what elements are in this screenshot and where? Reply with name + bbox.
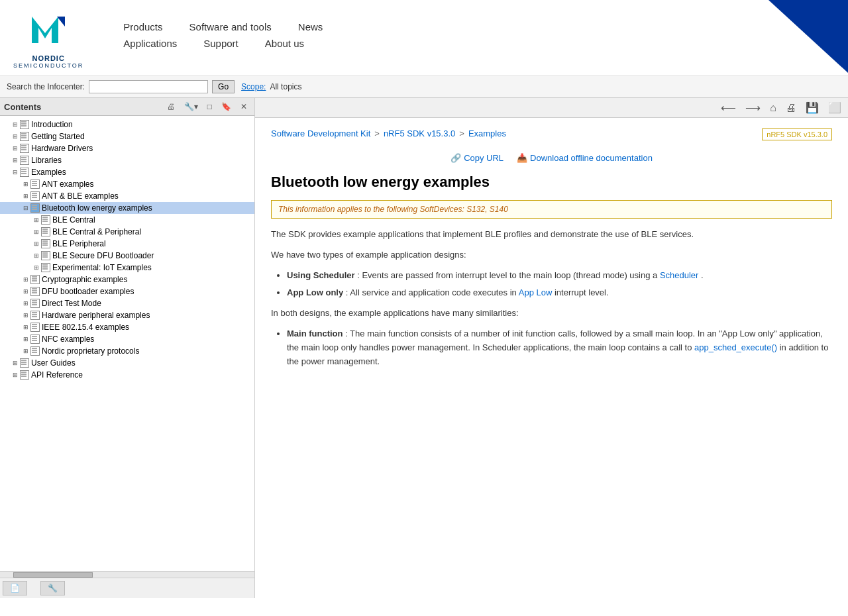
nav-links: Products Software and tools News Applica… [123, 21, 835, 54]
label-hardware-drivers: Hardware Drivers [31, 144, 93, 153]
tree-item-introduction[interactable]: ⊞ Introduction [0, 119, 254, 130]
tree-item-ble-examples[interactable]: ⊟ Bluetooth low energy examples [0, 202, 254, 214]
bullet-main-bold: Main function [287, 329, 343, 338]
toolbar-bookmark-btn[interactable]: 🔖 [218, 100, 235, 113]
label-nfc-examples: NFC examples [42, 334, 94, 344]
tree-item-user-guides[interactable]: ⊞ User Guides [0, 357, 254, 369]
doc-icon-ieee [30, 323, 40, 332]
search-input[interactable] [89, 80, 208, 93]
tree-item-dfu-examples[interactable]: ⊞ DFU bootloader examples [0, 285, 254, 297]
tree-item-hw-peripheral-examples[interactable]: ⊞ Hardware peripheral examples [0, 309, 254, 321]
search-go-button[interactable]: Go [212, 80, 235, 93]
sidebar-bottom-btn-2[interactable]: 🔧 [40, 581, 65, 595]
tree-item-libraries[interactable]: ⊞ Libraries [0, 154, 254, 166]
content-save-btn[interactable]: 💾 [803, 100, 822, 115]
header-decoration [768, 0, 848, 73]
search-bar: Search the Infocenter: Go Scope: All top… [0, 76, 848, 98]
label-examples: Examples [31, 168, 66, 177]
content-print-btn[interactable]: 🖨 [783, 101, 799, 115]
expander-examples: ⊟ [11, 168, 20, 177]
toolbar-options-btn[interactable]: 🔧▾ [181, 100, 201, 113]
sidebar-horizontal-scrollbar[interactable] [0, 571, 254, 578]
expander-ble-central-peripheral: ⊞ [32, 227, 41, 236]
applow-link[interactable]: App Low [519, 287, 553, 297]
toolbar-collapse-btn[interactable]: □ [204, 100, 215, 113]
tree-item-ieee-examples[interactable]: ⊞ IEEE 802.15.4 examples [0, 321, 254, 333]
tree-item-examples[interactable]: ⊟ Examples [0, 166, 254, 178]
sidebar-scroll-thumb[interactable] [13, 572, 93, 578]
doc-icon-hardware-drivers [20, 144, 29, 153]
tree-item-ant-ble-examples[interactable]: ⊞ ANT & BLE examples [0, 190, 254, 202]
tree-item-hardware-drivers[interactable]: ⊞ Hardware Drivers [0, 142, 254, 154]
toolbar-print-btn[interactable]: 🖨 [164, 100, 178, 113]
label-ant-ble-examples: ANT & BLE examples [42, 191, 119, 201]
breadcrumb-nrf5[interactable]: nRF5 SDK v15.3.0 [384, 128, 455, 138]
content-back-btn[interactable]: ⟵ [718, 100, 739, 115]
tree-item-ant-examples[interactable]: ⊞ ANT examples [0, 178, 254, 190]
nav-support[interactable]: Support [203, 38, 238, 49]
tree-item-ble-central-peripheral[interactable]: ⊞ BLE Central & Peripheral [0, 226, 254, 238]
content-maximize-btn[interactable]: ⬜ [825, 100, 844, 115]
tree-item-api-reference[interactable]: ⊞ API Reference [0, 369, 254, 381]
label-user-guides: User Guides [31, 358, 76, 368]
copy-url-link[interactable]: 🔗 Copy URL [450, 153, 504, 163]
breadcrumb-sdk[interactable]: Software Development Kit [271, 128, 370, 138]
expander-ieee: ⊞ [21, 323, 30, 332]
nav-products[interactable]: Products [123, 21, 162, 32]
tree-item-ble-secure-dfu[interactable]: ⊞ BLE Secure DFU Bootloader [0, 250, 254, 262]
content-home-btn[interactable]: ⌂ [767, 101, 779, 115]
expander-user-guides: ⊞ [11, 358, 20, 368]
doc-icon-dfu [30, 287, 40, 296]
scope-link[interactable]: Scope: [241, 82, 266, 91]
expander-ble-secure-dfu: ⊞ [32, 251, 41, 260]
bullet-scheduler-text: : Events are passed from interrupt level… [357, 270, 660, 280]
svg-marker-0 [32, 17, 58, 43]
bullet-item-main-function: Main function : The main function consis… [287, 327, 832, 368]
sidebar: Contents 🖨 🔧▾ □ 🔖 ✕ ⊞ Introduction ⊞ Get… [0, 98, 255, 598]
tree-item-ble-central[interactable]: ⊞ BLE Central [0, 214, 254, 226]
content-paragraph-3: In both designs, the example application… [271, 307, 832, 321]
tree-item-nfc-examples[interactable]: ⊞ NFC examples [0, 333, 254, 345]
expander-introduction: ⊞ [11, 120, 20, 129]
toolbar-close-btn[interactable]: ✕ [237, 100, 250, 113]
tree-item-ble-peripheral[interactable]: ⊞ BLE Peripheral [0, 238, 254, 250]
tree-item-crypto-examples[interactable]: ⊞ Cryptographic examples [0, 274, 254, 285]
bullet-applow-text: : All service and application code execu… [346, 287, 519, 297]
doc-icon-crypto [30, 275, 40, 284]
label-crypto-examples: Cryptographic examples [42, 275, 127, 284]
version-badge: nRF5 SDK v15.3.0 [762, 128, 832, 140]
download-link[interactable]: 📥 Download offline documentation [517, 153, 653, 163]
doc-icon-ble-peripheral [41, 239, 50, 248]
doc-icon-iot [41, 263, 50, 272]
content-paragraph-2: We have two types of example application… [271, 248, 832, 262]
nav-about-us[interactable]: About us [265, 38, 304, 49]
doc-icon-nfc [30, 334, 40, 344]
breadcrumb-examples[interactable]: Examples [468, 128, 506, 138]
nav-news[interactable]: News [298, 21, 323, 32]
nav-applications[interactable]: Applications [123, 38, 177, 49]
tree-item-nordic-protocols[interactable]: ⊞ Nordic proprietary protocols [0, 345, 254, 357]
expander-crypto: ⊞ [21, 275, 30, 284]
scheduler-link[interactable]: Scheduler [660, 270, 699, 280]
app-sched-link[interactable]: app_sched_execute() [694, 342, 777, 352]
label-ant-examples: ANT examples [42, 180, 93, 189]
bullet-scheduler-after: . [701, 270, 704, 280]
nav-software-tools[interactable]: Software and tools [189, 21, 272, 32]
expander-ble-examples: ⊟ [21, 203, 30, 213]
nav-row-2: Applications Support About us [123, 38, 835, 49]
tree-item-getting-started[interactable]: ⊞ Getting Started [0, 130, 254, 142]
sidebar-bottom-btn-1[interactable]: 📄 [3, 581, 27, 595]
content-body: Software Development Kit > nRF5 SDK v15.… [255, 118, 848, 598]
tree-item-iot-examples[interactable]: ⊞ Experimental: IoT Examples [0, 262, 254, 274]
label-libraries: Libraries [31, 156, 62, 165]
breadcrumb-sep-2: > [459, 128, 464, 138]
expander-dtm: ⊞ [21, 299, 30, 308]
expander-hw-peripheral: ⊞ [21, 311, 30, 320]
doc-icon-ant [30, 180, 40, 189]
content-forward-btn[interactable]: ⟶ [743, 100, 763, 115]
bullet-list-1: Using Scheduler : Events are passed from… [271, 269, 832, 301]
doc-icon-ble-secure-dfu [41, 251, 50, 260]
action-links: 🔗 Copy URL 📥 Download offline documentat… [271, 153, 832, 163]
expander-iot: ⊞ [32, 263, 41, 272]
tree-item-direct-test-mode[interactable]: ⊞ Direct Test Mode [0, 297, 254, 309]
